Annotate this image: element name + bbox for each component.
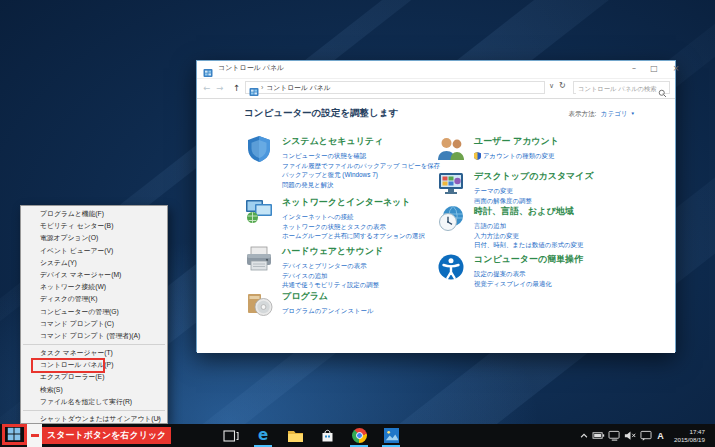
- category-task-link[interactable]: デバイスの追加: [282, 271, 383, 281]
- control-panel-window: コントロール パネル – □ × ← → ↑ › コントロール パネル ∨ ↻ …: [196, 60, 676, 352]
- menu-item-label: イベント ビューアー(V): [40, 247, 113, 254]
- context-menu-item[interactable]: デバイス マネージャー(M): [21, 269, 167, 281]
- photos-icon[interactable]: [378, 424, 404, 447]
- system-security-icon[interactable]: [244, 134, 274, 164]
- forward-icon[interactable]: →: [216, 81, 223, 95]
- ime-indicator[interactable]: A: [655, 431, 666, 441]
- minimize-button[interactable]: –: [625, 61, 643, 77]
- category-text: ハードウェアとサウンドデバイスとプリンターの表示デバイスの追加共通で使うモビリテ…: [282, 244, 383, 290]
- category-network-internet: ネットワークとインターネットインターネットへの接続ネットワークの状態とタスクの表…: [244, 195, 432, 241]
- category-system-security: システムとセキュリティコンピューターの状態を確認ファイル履歴でファイルのバックア…: [244, 134, 432, 189]
- category-task-link[interactable]: インターネットへの接続: [282, 212, 425, 222]
- category-task-link[interactable]: ネットワークの状態とタスクの表示: [282, 222, 425, 232]
- category-task-link[interactable]: デバイスとプリンターの表示: [282, 261, 383, 271]
- context-menu-item[interactable]: 検索(S): [21, 384, 167, 396]
- close-button[interactable]: ×: [667, 61, 685, 77]
- chrome-icon[interactable]: [346, 424, 372, 447]
- edge-icon[interactable]: e: [250, 424, 276, 447]
- menu-item-label: シャットダウンまたはサインアウト(U): [40, 415, 161, 422]
- chevron-up-icon[interactable]: [579, 431, 589, 441]
- title-bar[interactable]: コントロール パネル – □ ×: [197, 61, 675, 78]
- chevron-down-icon[interactable]: ▼: [631, 111, 635, 116]
- context-menu-item[interactable]: コマンド プロンプト (管理者)(A): [21, 330, 167, 342]
- maximize-button[interactable]: □: [645, 61, 663, 77]
- category-title-link[interactable]: システムとセキュリティ: [282, 135, 440, 148]
- annotation-callout: スタートボタンを右クリック: [42, 427, 171, 444]
- context-menu-item[interactable]: システム(Y): [21, 257, 167, 269]
- breadcrumb[interactable]: › コントロール パネル: [245, 81, 545, 94]
- category-title-link[interactable]: 時計、言語、および地域: [474, 205, 583, 218]
- personalization-icon[interactable]: [436, 169, 466, 199]
- context-menu-item[interactable]: エクスプローラー(E): [21, 371, 167, 383]
- category-task-link[interactable]: テーマの変更: [474, 186, 594, 196]
- context-menu-item[interactable]: コマンド プロンプト(C): [21, 318, 167, 330]
- menu-item-label: ファイル名を指定して実行(R): [40, 398, 132, 405]
- category-title-link[interactable]: ユーザー アカウント: [474, 135, 559, 148]
- category-task-link[interactable]: アカウントの種類の変更: [474, 151, 559, 161]
- annotation-start-button-box: [2, 424, 27, 445]
- ease-of-access-icon[interactable]: [436, 252, 466, 282]
- battery-icon[interactable]: [592, 430, 605, 441]
- category-title-link[interactable]: ハードウェアとサウンド: [282, 245, 383, 258]
- address-dropdown-icon[interactable]: ∨: [549, 82, 554, 90]
- context-menu-item[interactable]: プログラムと機能(F): [21, 208, 167, 220]
- network-icon[interactable]: [608, 430, 621, 441]
- view-by-value[interactable]: カテゴリ: [601, 110, 628, 117]
- volume-muted-icon[interactable]: [624, 430, 637, 441]
- hardware-sound-icon[interactable]: [244, 244, 274, 274]
- category-title-link[interactable]: プログラム: [282, 290, 373, 303]
- category-task-link[interactable]: 入力方法の変更: [474, 231, 583, 241]
- category-task-link[interactable]: バックアップと復元 (Windows 7): [282, 170, 440, 180]
- context-menu-item[interactable]: ディスクの管理(K): [21, 293, 167, 305]
- programs-icon[interactable]: [244, 289, 274, 319]
- taskbar-apps: e: [218, 424, 404, 447]
- menu-item-label: コンピューターの管理(G): [40, 308, 119, 315]
- category-task-link[interactable]: ホームグループと共有に関するオプションの選択: [282, 231, 425, 241]
- user-accounts-icon[interactable]: [436, 134, 466, 164]
- context-menu-item[interactable]: コンピューターの管理(G): [21, 306, 167, 318]
- category-hardware-sound: ハードウェアとサウンドデバイスとプリンターの表示デバイスの追加共通で使うモビリテ…: [244, 244, 432, 290]
- context-menu-item[interactable]: モビリティ センター(B): [21, 220, 167, 232]
- clock[interactable]: 17:47 2015/08/19: [669, 428, 705, 443]
- category-task-link[interactable]: ファイル履歴でファイルのバックアップ コピーを保存: [282, 161, 440, 171]
- category-task-link[interactable]: 設定の提案の表示: [474, 269, 583, 279]
- clock-region-icon[interactable]: [436, 204, 466, 234]
- view-by-control: 表示方法: カテゴリ ▼: [568, 110, 635, 119]
- search-icon[interactable]: [658, 84, 667, 93]
- category-title-link[interactable]: デスクトップのカスタマイズ: [474, 170, 594, 183]
- search-input[interactable]: [576, 82, 662, 95]
- category-task-link[interactable]: プログラムのアンインストール: [282, 306, 373, 316]
- category-task-link[interactable]: 日付、時刻、または数値の形式の変更: [474, 240, 583, 250]
- menu-item-label: 検索(S): [40, 386, 63, 393]
- desktop: コントロール パネル – □ × ← → ↑ › コントロール パネル ∨ ↻ …: [0, 0, 715, 447]
- task-link-label: 視覚ディスプレイの最適化: [474, 279, 552, 289]
- category-task-link[interactable]: 視覚ディスプレイの最適化: [474, 279, 583, 289]
- task-link-label: コンピューターの状態を確認: [282, 151, 366, 161]
- back-icon[interactable]: ←: [203, 81, 210, 95]
- task-link-label: 日付、時刻、または数値の形式の変更: [474, 240, 583, 250]
- breadcrumb-location[interactable]: コントロール パネル: [266, 83, 330, 93]
- task-link-label: テーマの変更: [474, 186, 513, 196]
- task-view-icon[interactable]: [218, 424, 244, 447]
- context-menu-item[interactable]: イベント ビューアー(V): [21, 245, 167, 257]
- network-internet-icon[interactable]: [244, 195, 274, 225]
- context-menu-item[interactable]: 電源オプション(O): [21, 232, 167, 244]
- category-ease-of-access: コンピューターの簡単操作設定の提案の表示視覚ディスプレイの最適化: [436, 252, 641, 288]
- up-icon[interactable]: ↑: [233, 81, 240, 95]
- category-text: 時計、言語、および地域言語の追加入力方法の変更日付、時刻、または数値の形式の変更: [474, 204, 583, 250]
- task-link-label: デバイスとプリンターの表示: [282, 261, 367, 271]
- store-icon[interactable]: [314, 424, 340, 447]
- category-title-link[interactable]: コンピューターの簡単操作: [474, 253, 583, 266]
- search-box[interactable]: [573, 81, 670, 94]
- window-title: コントロール パネル: [218, 63, 284, 73]
- category-task-link[interactable]: コンピューターの状態を確認: [282, 151, 440, 161]
- category-task-link[interactable]: 言語の追加: [474, 221, 583, 231]
- menu-item-label: タスク マネージャー(T): [40, 349, 113, 356]
- context-menu-item[interactable]: ファイル名を指定して実行(R): [21, 396, 167, 408]
- category-task-link[interactable]: 問題の発見と解決: [282, 180, 440, 190]
- file-explorer-icon[interactable]: [282, 424, 308, 447]
- action-center-icon[interactable]: [640, 430, 652, 441]
- refresh-icon[interactable]: ↻: [559, 81, 566, 90]
- category-title-link[interactable]: ネットワークとインターネット: [282, 196, 425, 209]
- context-menu-item[interactable]: ネットワーク接続(W): [21, 281, 167, 293]
